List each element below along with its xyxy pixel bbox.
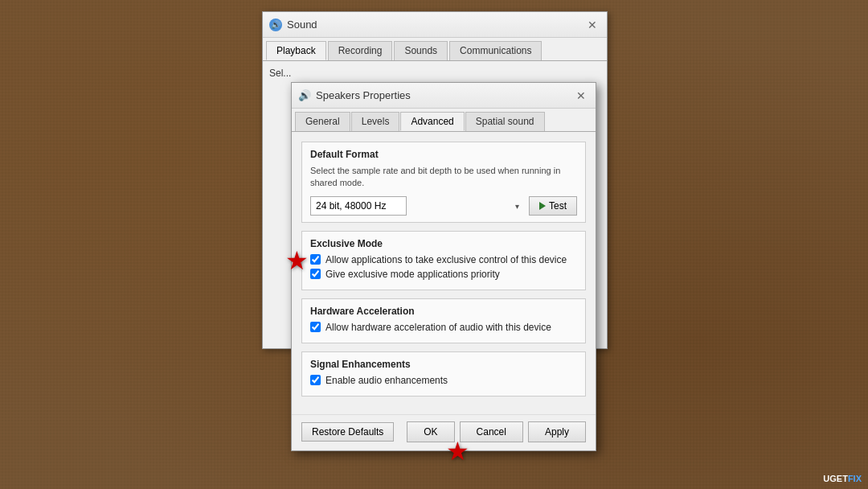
- tab-general[interactable]: General: [295, 112, 350, 131]
- watermark-text: UGETFIX: [823, 474, 862, 483]
- tab-levels[interactable]: Levels: [351, 112, 400, 131]
- default-format-desc: Select the sample rate and bit depth to …: [310, 165, 577, 190]
- speakers-dialog: 🔊 Speakers Properties ✕ General Levels A…: [291, 82, 596, 451]
- watermark-fix: FIX: [848, 474, 862, 483]
- hardware-acceleration-section: Hardware Acceleration Allow hardware acc…: [301, 298, 586, 343]
- tab-spatial-sound[interactable]: Spatial sound: [465, 112, 545, 131]
- speakers-close-button[interactable]: ✕: [573, 88, 589, 104]
- exclusive-control-row: Allow applications to take exclusive con…: [310, 254, 577, 265]
- sound-dialog-title: Sound: [287, 18, 317, 31]
- signal-enhancements-section: Signal Enhancements Enable audio enhance…: [301, 351, 586, 397]
- exclusive-priority-label: Give exclusive mode applications priorit…: [326, 269, 500, 280]
- audio-enhancements-row: Enable audio enhancements: [310, 375, 577, 386]
- hw-accel-label: Allow hardware acceleration of audio wit…: [326, 322, 551, 333]
- play-icon: [539, 202, 546, 210]
- format-select[interactable]: 24 bit, 48000 Hz: [310, 196, 407, 216]
- speakers-title-left: 🔊 Speakers Properties: [298, 89, 411, 102]
- hardware-acceleration-title: Hardware Acceleration: [310, 306, 577, 317]
- speakers-dialog-title: Speakers Properties: [316, 89, 411, 101]
- sound-close-button[interactable]: ✕: [584, 17, 600, 33]
- speakers-content: Default Format Select the sample rate an…: [292, 132, 596, 414]
- select-device-label: Sel...: [269, 68, 600, 79]
- tab-communications[interactable]: Communications: [449, 41, 542, 60]
- cancel-button[interactable]: Cancel: [460, 421, 523, 442]
- default-format-section: Default Format Select the sample rate an…: [301, 142, 586, 223]
- audio-enhancements-label: Enable audio enhancements: [326, 375, 448, 386]
- test-label: Test: [549, 200, 567, 212]
- hw-accel-row: Allow hardware acceleration of audio wit…: [310, 322, 577, 333]
- signal-enhancements-title: Signal Enhancements: [310, 359, 577, 370]
- exclusive-priority-checkbox[interactable]: [310, 269, 321, 279]
- sound-tabs: Playback Recording Sounds Communications: [263, 38, 607, 61]
- ok-button[interactable]: OK: [407, 421, 454, 442]
- exclusive-control-label: Allow applications to take exclusive con…: [326, 254, 567, 265]
- dialog-buttons: OK Cancel Apply: [407, 421, 586, 442]
- hw-accel-checkbox[interactable]: [310, 322, 321, 332]
- format-select-wrapper: 24 bit, 48000 Hz: [310, 196, 524, 216]
- apply-button[interactable]: Apply: [528, 421, 586, 442]
- exclusive-mode-title: Exclusive Mode: [310, 238, 577, 249]
- speakers-title-bar: 🔊 Speakers Properties ✕: [292, 83, 596, 109]
- test-button[interactable]: Test: [529, 196, 577, 216]
- speakers-icon: 🔊: [298, 89, 311, 102]
- watermark: UGETFIX: [823, 472, 862, 484]
- sound-icon: 🔊: [269, 18, 282, 31]
- tab-advanced[interactable]: Advanced: [400, 112, 464, 131]
- watermark-get: GET: [829, 474, 848, 483]
- speakers-footer: Restore Defaults OK Cancel Apply: [292, 414, 596, 450]
- exclusive-control-checkbox[interactable]: [310, 254, 321, 265]
- audio-enhancements-checkbox[interactable]: [310, 375, 321, 385]
- restore-defaults-button[interactable]: Restore Defaults: [301, 422, 394, 442]
- tab-sounds[interactable]: Sounds: [394, 41, 448, 60]
- tab-playback[interactable]: Playback: [266, 41, 326, 60]
- tab-recording[interactable]: Recording: [328, 41, 393, 60]
- default-format-title: Default Format: [310, 149, 577, 160]
- sound-title-bar: 🔊 Sound ✕: [263, 12, 607, 38]
- format-row: 24 bit, 48000 Hz Test: [310, 196, 577, 216]
- exclusive-priority-row: Give exclusive mode applications priorit…: [310, 269, 577, 280]
- speakers-tabs: General Levels Advanced Spatial sound: [292, 109, 596, 132]
- exclusive-mode-section: Exclusive Mode Allow applications to tak…: [301, 231, 586, 290]
- sound-title-left: 🔊 Sound: [269, 18, 317, 31]
